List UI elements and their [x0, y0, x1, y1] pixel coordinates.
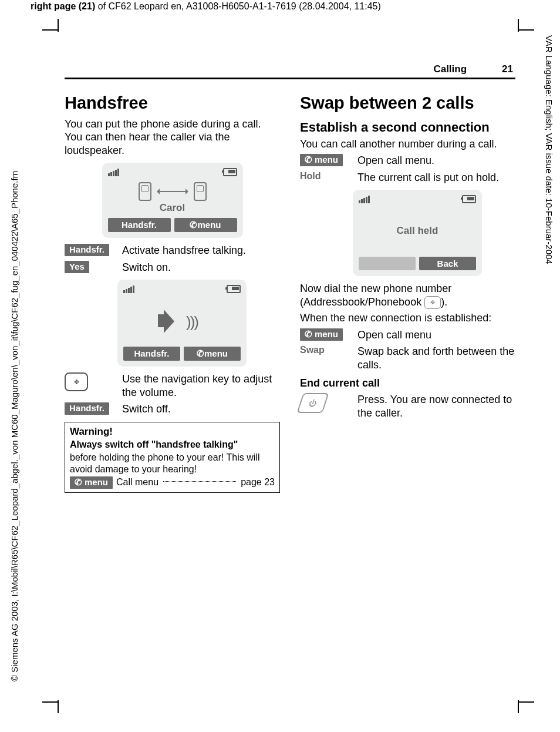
- label-yes: Yes: [65, 261, 89, 273]
- heading-swap: Swap between 2 calls: [300, 94, 515, 113]
- when-established: When the new connection is established:: [300, 311, 515, 325]
- battery-icon: [462, 195, 476, 203]
- desc-switch-on: Switch on.: [122, 261, 280, 274]
- subhead-end-call: End current call: [300, 377, 515, 389]
- header-meta: right page (21) of CF62 Leopard en, A310…: [31, 1, 381, 12]
- label-hold: Hold: [300, 171, 321, 181]
- signal-icon: [108, 169, 119, 176]
- signal-icon: [123, 286, 134, 293]
- addressbook-key-icon: ✥: [424, 296, 441, 309]
- handsfree-intro: You can put the phone aside during a cal…: [65, 117, 280, 157]
- warning-line1: Always switch off "handsfree talking": [70, 439, 238, 449]
- warning-page-ref: page 23: [241, 477, 275, 488]
- col-swap: Swap between 2 calls Establish a second …: [300, 94, 515, 493]
- softkey-back[interactable]: Back: [419, 257, 476, 270]
- warning-box: Warning! Always switch off "handsfree ta…: [65, 422, 280, 493]
- softkey-handsfr[interactable]: Handsfr.: [108, 218, 171, 232]
- screen-call-held: Call held Back: [353, 190, 482, 276]
- signal-icon: [359, 196, 370, 203]
- label-swap: Swap: [300, 345, 325, 355]
- label-menu: ✆menu: [70, 476, 113, 489]
- battery-icon: [223, 168, 237, 176]
- swap-intro: You can call another number during a cal…: [300, 137, 515, 151]
- header-rule: [65, 78, 515, 79]
- right-margin-text: VAR Language: English; VAR issue date: 1…: [544, 35, 554, 264]
- subhead-establish: Establish a second connection: [300, 120, 515, 135]
- left-margin-text: © Siemens AG 2003, I:\Mobil\R65\CF62_Leo…: [9, 171, 19, 681]
- dial-new: Now dial the new phone number (Addressbo…: [300, 282, 515, 309]
- softkey-menu[interactable]: ✆menu: [184, 347, 241, 361]
- desc-activate: Activate handsfree talking.: [122, 244, 280, 257]
- nav-key-icon: ✥: [65, 372, 88, 391]
- caller-name: Carol: [160, 202, 185, 214]
- battery-icon: [227, 285, 241, 293]
- speaker-icon: [156, 306, 185, 335]
- screen-call-carol: Carol Handsfr. ✆menu: [102, 163, 243, 238]
- desc-switch-off: Switch off.: [122, 402, 280, 416]
- desc-hold: The current call is put on hold.: [357, 171, 515, 184]
- running-header: Calling21: [433, 63, 513, 75]
- label-menu: ✆menu: [300, 154, 343, 166]
- label-handsfr-off: Handsfr.: [65, 402, 109, 415]
- desc-swap: Swap back and forth between the calls.: [357, 345, 515, 371]
- desc-open-menu: Open call menu.: [357, 154, 515, 167]
- desc-end-call: Press. You are now connected to the call…: [357, 393, 515, 419]
- warning-line2: before holding the phone to your ear! Th…: [70, 452, 275, 475]
- col-handsfree: Handsfree You can put the phone aside du…: [65, 94, 280, 493]
- screen-speaker: ))) Handsfr. ✆menu: [117, 280, 247, 367]
- softkey-blank: [359, 257, 416, 270]
- two-phones-icon: [139, 182, 207, 201]
- label-menu: ✆menu: [300, 328, 343, 341]
- heading-handsfree: Handsfree: [65, 94, 280, 113]
- warning-title: Warning!: [70, 426, 275, 438]
- label-handsfr: Handsfr.: [65, 244, 109, 256]
- desc-volume: Use the navigation key to adjust the vol…: [122, 372, 280, 399]
- desc-open-menu2: Open call menu: [357, 328, 515, 342]
- end-key-icon: ⏻: [296, 393, 329, 413]
- softkey-menu[interactable]: ✆menu: [174, 218, 237, 232]
- softkey-handsfr[interactable]: Handsfr.: [123, 347, 180, 361]
- warning-callmenu: Call menu: [116, 477, 158, 488]
- call-held-text: Call held: [397, 225, 438, 237]
